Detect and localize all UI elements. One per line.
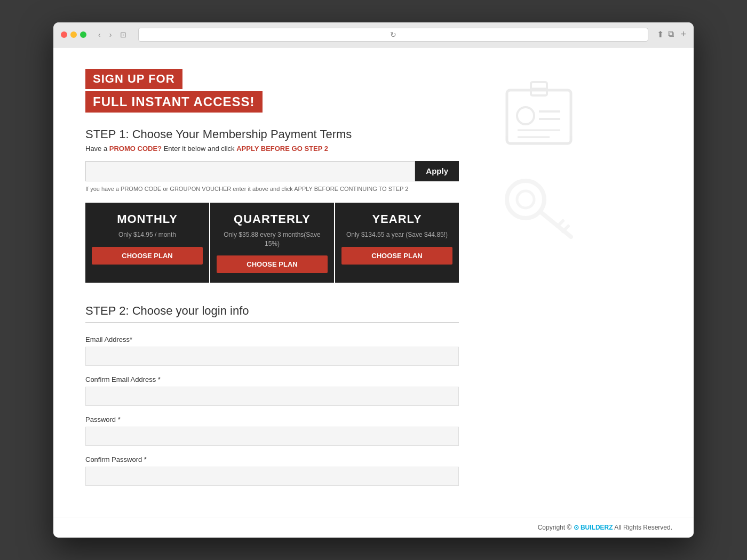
footer-rights: All Rights Reserved.	[614, 524, 672, 531]
promo-code-label: PROMO CODE?	[109, 145, 162, 153]
main-column: SIGN UP FOR FULL INSTANT ACCESS! STEP 1:…	[85, 69, 459, 496]
choose-yearly-button[interactable]: Choose Plan	[341, 247, 452, 265]
password-group: Password *	[85, 415, 459, 446]
browser-window: ‹ › ⊡ ↻ ⬆ ⧉ + SIGN UP FOR FULL INSTANT A…	[53, 22, 694, 538]
plans-row: MONTHLY Only $14.95 / month Choose Plan …	[85, 203, 459, 283]
header-line2-text: FULL INSTANT ACCESS!	[93, 94, 255, 109]
confirm-email-input[interactable]	[85, 387, 459, 406]
plan-monthly: MONTHLY Only $14.95 / month Choose Plan	[85, 203, 209, 283]
email-label: Email Address*	[85, 335, 459, 343]
header-line2: FULL INSTANT ACCESS!	[85, 91, 263, 113]
maximize-button[interactable]	[80, 31, 86, 38]
browser-actions: ⬆ ⧉	[657, 29, 674, 39]
confirm-password-input[interactable]	[85, 467, 459, 486]
promo-hint-pre: Have a	[85, 145, 109, 153]
svg-point-9	[517, 191, 534, 208]
id-card-icon	[496, 79, 582, 154]
footer-brand: ⊙ BUILDERZ	[574, 524, 613, 531]
email-group: Email Address*	[85, 335, 459, 366]
plan-yearly-price: Only $134.55 a year (Save $44.85!)	[341, 230, 452, 239]
page-content: SIGN UP FOR FULL INSTANT ACCESS! STEP 1:…	[53, 47, 694, 517]
svg-point-8	[507, 181, 544, 218]
refresh-icon: ↻	[390, 30, 396, 39]
nav-buttons: ‹ › ⊡	[95, 29, 130, 40]
header-line1: SIGN UP FOR	[85, 69, 182, 89]
promo-note: If you have a PROMO CODE or GROUPON VOUC…	[85, 186, 459, 192]
tab-view-button[interactable]: ⊡	[117, 29, 130, 40]
password-label: Password *	[85, 415, 459, 423]
plan-quarterly-name: QUARTERLY	[217, 212, 328, 226]
side-column	[480, 69, 598, 496]
plan-yearly: YEARLY Only $134.55 a year (Save $44.85!…	[335, 203, 459, 283]
confirm-email-group: Confirm Email Address *	[85, 375, 459, 406]
promo-code-input[interactable]	[85, 161, 415, 181]
choose-monthly-button[interactable]: Choose Plan	[92, 247, 203, 265]
svg-line-10	[542, 213, 571, 237]
plan-quarterly-price: Only $35.88 every 3 months(Save 15%)	[217, 230, 328, 249]
plan-monthly-name: MONTHLY	[92, 212, 203, 226]
new-tab-button[interactable]: +	[680, 29, 686, 40]
bookmark-icon[interactable]: ⧉	[668, 29, 674, 39]
plan-quarterly: QUARTERLY Only $35.88 every 3 months(Sav…	[210, 203, 334, 283]
signup-header: SIGN UP FOR FULL INSTANT ACCESS!	[85, 69, 459, 113]
traffic-lights	[61, 31, 86, 38]
svg-point-3	[517, 107, 534, 124]
promo-hint: Have a PROMO CODE? Enter it below and cl…	[85, 145, 459, 153]
email-input[interactable]	[85, 347, 459, 366]
confirm-email-label: Confirm Email Address *	[85, 375, 459, 383]
header-line1-text: SIGN UP FOR	[93, 72, 175, 85]
key-icon	[496, 170, 582, 245]
address-bar[interactable]: ↻	[138, 28, 648, 42]
password-input[interactable]	[85, 427, 459, 446]
step1-title: STEP 1: Choose Your Membership Payment T…	[85, 127, 459, 141]
svg-line-11	[558, 221, 563, 226]
plan-yearly-name: YEARLY	[341, 212, 452, 226]
plan-monthly-price: Only $14.95 / month	[92, 230, 203, 239]
svg-line-12	[563, 226, 568, 231]
share-icon[interactable]: ⬆	[657, 29, 664, 39]
confirm-password-group: Confirm Password *	[85, 455, 459, 486]
apply-button[interactable]: Apply	[415, 161, 459, 181]
promo-hint-mid: Enter it below and click	[162, 145, 236, 153]
footer-copyright: Copyright ©	[538, 524, 572, 531]
close-button[interactable]	[61, 31, 67, 38]
promo-input-row: Apply	[85, 161, 459, 181]
page-footer: Copyright © ⊙ BUILDERZ All Rights Reserv…	[53, 517, 694, 538]
forward-button[interactable]: ›	[106, 29, 115, 40]
confirm-password-label: Confirm Password *	[85, 455, 459, 463]
minimize-button[interactable]	[70, 31, 77, 38]
back-button[interactable]: ‹	[95, 29, 104, 40]
apply-before-label: APPLY BEFORE GO STEP 2	[236, 145, 328, 153]
choose-quarterly-button[interactable]: Choose Plan	[217, 255, 328, 273]
step2-title: STEP 2: Choose your login info	[85, 304, 459, 323]
browser-chrome: ‹ › ⊡ ↻ ⬆ ⧉ +	[53, 22, 694, 47]
